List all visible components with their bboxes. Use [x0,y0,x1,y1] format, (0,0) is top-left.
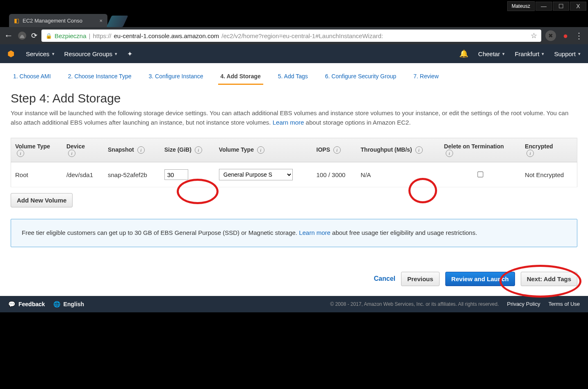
browser-toolbar: ← ⟳ 🔒 Bezpieczna | https://eu-central-1.… [0,27,588,44]
th-throughput-label: Throughput (MB/s) [361,146,412,153]
terms-of-use-link[interactable]: Terms of Use [548,301,580,307]
chevron-down-icon: ▾ [115,51,117,57]
info-icon[interactable]: i [195,146,202,154]
bell-icon[interactable]: 🔔 [459,49,468,58]
browser-tab-active[interactable]: ◧ EC2 Management Conso × [9,14,107,27]
th-size-label: Size (GiB) [164,146,191,153]
aws-top-nav: ⬢ Services ▾ Resource Groups ▾ ✦ 🔔 Cheet… [0,44,588,63]
info-icon[interactable]: i [68,150,75,157]
lock-icon: 🔒 [46,33,52,39]
chevron-down-icon: ▾ [52,51,55,57]
size-input[interactable] [164,169,188,180]
nav-support-label: Support [554,50,576,57]
language-label: English [64,301,84,307]
language-selector[interactable]: 🌐 English [53,301,84,307]
reload-button[interactable]: ⟳ [31,31,37,40]
nav-account[interactable]: Cheetar ▾ [478,50,505,57]
window-maximize[interactable]: ☐ [553,2,569,11]
chevron-down-icon: ▾ [502,51,505,57]
th-voltype2-label: Volume Type [219,146,254,153]
nav-services[interactable]: Services ▾ [26,50,55,57]
th-device-label: Device [66,143,85,150]
next-add-tags-button[interactable]: Next: Add Tags [521,272,577,286]
info-icon[interactable]: i [137,146,145,154]
cell-size [160,162,215,187]
th-volume-type-label: Volume Type [15,143,50,150]
wizard-tab-4[interactable]: 4. Add Storage [218,70,263,85]
copyright-text: © 2008 - 2017, Amazon Web Services, Inc.… [330,301,499,307]
extension-icon-1[interactable]: ✖ [545,30,556,41]
wizard-tab-6[interactable]: 6. Configure Security Group [323,70,399,85]
nav-resource-groups-label: Resource Groups [64,50,113,57]
info-icon[interactable]: i [333,146,341,154]
url-scheme: https:// [93,32,111,39]
privacy-policy-link[interactable]: Privacy Policy [507,301,540,307]
th-encrypted: Encryptedi [521,138,577,162]
th-snapshot: Snapshot i [104,138,160,162]
back-button[interactable]: ← [4,30,13,41]
wizard-tab-5[interactable]: 5. Add Tags [276,70,310,85]
url-path: /ec2/v2/home?region=eu-central-1#LaunchI… [221,32,383,39]
info-icon[interactable]: i [257,146,264,154]
cell-device: /dev/sda1 [62,162,104,187]
wizard-tab-2[interactable]: 2. Choose Instance Type [66,70,134,85]
volume-type-select[interactable]: General Purpose S [219,169,293,180]
info-icon[interactable]: i [446,150,453,157]
bookmark-star-icon[interactable]: ☆ [531,31,537,40]
window-close[interactable]: X [570,2,586,11]
cell-voltype-select: General Purpose S [215,162,312,187]
nav-region-label: Frankfurt [515,50,539,57]
address-bar[interactable]: 🔒 Bezpieczna | https://eu-central-1.cons… [41,30,541,42]
wizard-tabs: 1. Choose AMI 2. Choose Instance Type 3.… [11,70,577,85]
secure-label: Bezpieczna [55,32,87,39]
cancel-link[interactable]: Cancel [374,275,395,282]
nav-support[interactable]: Support ▾ [554,50,581,57]
cell-delete-on-term [440,162,521,187]
step-desc-after: about storage options in Amazon EC2. [306,119,411,126]
nav-services-label: Services [26,50,50,57]
delete-on-termination-checkbox[interactable] [477,171,483,177]
step-description: Your instance will be launched with the … [11,109,577,127]
pin-icon[interactable]: ✦ [127,50,132,58]
review-and-launch-button[interactable]: Review and Launch [445,272,515,286]
browser-tabstrip: ◧ EC2 Management Conso × [0,12,588,27]
cell-snapshot: snap-52afef2b [104,162,160,187]
add-new-volume-button[interactable]: Add New Volume [11,193,73,207]
new-tab-button[interactable] [106,16,128,27]
tab-close-icon[interactable]: × [99,18,103,24]
nav-account-label: Cheetar [478,50,500,57]
chevron-down-icon: ▾ [578,51,581,57]
firefox-profile-icon [17,31,27,41]
nav-region[interactable]: Frankfurt ▾ [515,50,544,57]
browser-menu-icon[interactable]: ⋮ [575,31,584,41]
extension-mic-icon[interactable]: ● [560,30,571,41]
step-title: Step 4: Add Storage [11,91,577,105]
add-volume-row: Add New Volume [11,187,577,215]
banner-text-before: Free tier eligible customers can get up … [22,229,299,236]
aws-logo-icon[interactable]: ⬢ [7,49,14,59]
chat-icon: 💬 [8,301,15,307]
cell-iops: 100 / 3000 [312,162,357,187]
cell-volume-type: Root [11,162,62,187]
info-icon[interactable]: i [17,150,24,157]
info-icon[interactable]: i [526,150,534,157]
wizard-tab-7[interactable]: 7. Review [411,70,441,85]
wizard-tab-1[interactable]: 1. Choose AMI [11,70,53,85]
feedback-link[interactable]: 💬 Feedback [8,301,45,307]
banner-learn-more-link[interactable]: Learn more [299,229,330,236]
wizard-tab-3[interactable]: 3. Configure Instance [146,70,205,85]
footer-actions: Cancel Previous Review and Launch Next: … [11,247,577,296]
learn-more-link[interactable]: Learn more [273,119,304,126]
window-minimize[interactable]: — [536,2,552,11]
th-voltype2: Volume Type i [215,138,312,162]
storage-table: Volume Typei Devicei Snapshot i Size (Gi… [11,138,577,187]
th-delete-on-term: Delete on Terminationi [440,138,521,162]
info-icon[interactable]: i [415,146,423,154]
cell-encrypted: Not Encrypted [521,162,577,187]
browser-tab-title: EC2 Management Conso [23,18,82,24]
th-iops: IOPS i [312,138,357,162]
nav-resource-groups[interactable]: Resource Groups ▾ [64,50,118,57]
globe-icon: 🌐 [53,301,60,307]
previous-button[interactable]: Previous [401,272,439,286]
th-snapshot-label: Snapshot [108,146,134,153]
